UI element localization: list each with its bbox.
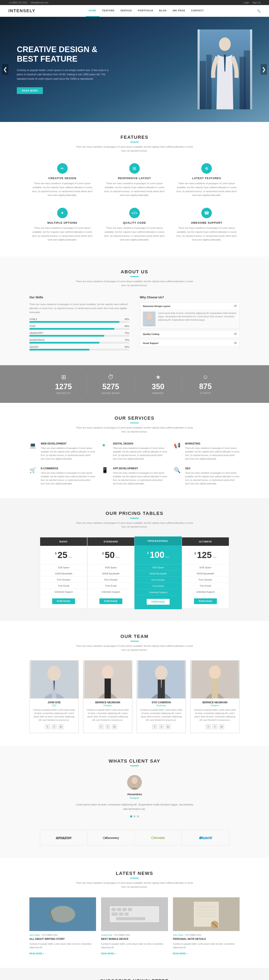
team-twitter-3[interactable]: t	[212, 724, 218, 729]
team-facebook-2[interactable]: f	[152, 724, 158, 729]
choose-item-2-header[interactable]: Great Support ☐	[140, 340, 239, 347]
search-icon[interactable]: 🔍	[257, 9, 261, 13]
top-bar-right: Login Sign Up	[241, 1, 261, 4]
team-role-0: CEO	[30, 704, 78, 707]
news-read-more-0[interactable]: Read More »	[29, 953, 44, 955]
feature-title-5: Awesome Support	[176, 221, 237, 224]
pricing-standard: STANDARD $ 50 /mo 5GB Space 50GB Bandwid…	[87, 537, 135, 608]
team-linkedin-1[interactable]: in	[112, 724, 117, 729]
hero-prev-arrow[interactable]: ❮	[2, 64, 8, 75]
nav-inkpage[interactable]: INK PAGE	[170, 5, 188, 17]
choose-item-0: Awesome Design Layout ☐ Lorem ipsum dolo…	[140, 302, 240, 329]
pricing-basic: BASIC $ 25 /mo 1GB Space 10GB Bandwidth …	[40, 537, 87, 608]
pricing-basic-amount: 25	[57, 550, 67, 560]
service-app-dev: 📱 APP DEVELOPMENT There are many variati…	[102, 467, 167, 485]
client-envato: ⬡envato	[135, 830, 182, 845]
feature-desc-2: There are many variations of passages of…	[176, 181, 237, 197]
pricing-basic-purchase-button[interactable]: Purchase	[52, 598, 75, 604]
svg-rect-31	[122, 908, 127, 911]
pricing-feature-item: 50GB Bandwidth	[182, 571, 229, 577]
features-title: FEATURES	[8, 135, 261, 140]
hero-next-arrow[interactable]: ❯	[261, 64, 267, 75]
site-logo[interactable]: INTENSELY	[8, 8, 35, 13]
svg-rect-4	[244, 51, 250, 109]
nav-blog[interactable]: BLOG	[156, 5, 170, 17]
services-grid: 💻 WEB DEVELOPMENT There are many variati…	[29, 442, 240, 485]
hero-section: ❮ CREATIVE DESIGN & BEST FEATURE Contrar…	[0, 17, 269, 122]
email-link[interactable]: hello@email.com	[31, 1, 49, 4]
nav-portfolio[interactable]: PORTFOLIO	[135, 5, 156, 17]
choose-item-1-header[interactable]: Quality Coding ☐	[140, 331, 239, 337]
stat-projects-number: 1275	[40, 382, 87, 391]
news-read-more-2[interactable]: Read More »	[173, 953, 188, 955]
team-twitter-2[interactable]: t	[159, 724, 164, 729]
service-digital-design-desc: There are many variations of passages of…	[113, 446, 167, 461]
pricing-basic-currency: $	[55, 552, 57, 555]
choose-item-0-label: Awesome Design Layout	[143, 305, 170, 307]
hours-icon: ⏱	[87, 374, 134, 380]
testimonial-dot-1[interactable]	[134, 815, 135, 818]
team-linkedin-2[interactable]: in	[166, 724, 171, 729]
nav-contact[interactable]: CONTACT	[188, 5, 207, 17]
signup-link[interactable]: Sign Up	[252, 1, 261, 4]
pricing-professional-purchase-button[interactable]: Purchase	[147, 599, 169, 605]
pricing-feature-item: 10GB Bandwidth	[40, 571, 87, 577]
team-linkedin-3[interactable]: in	[219, 724, 224, 729]
team-photo-0	[30, 660, 78, 698]
pricing-feature-item: Free Email	[135, 583, 181, 589]
news-meta-0: John Robic / OCTOBER 2012	[29, 934, 96, 936]
news-image-2	[173, 897, 240, 931]
why-choose-panel: Why Choose Us? Awesome Design Layout ☐ L…	[140, 296, 240, 353]
team-facebook-0[interactable]: f	[45, 724, 50, 729]
nav-feature[interactable]: FEATURE	[99, 5, 118, 17]
hero-read-more-button[interactable]: Read More	[17, 87, 43, 94]
team-social-3: f t in	[191, 724, 239, 729]
pricing-ultimate-purchase-button[interactable]: Purchase	[194, 598, 216, 604]
team-facebook-1[interactable]: f	[98, 724, 104, 729]
skill-jquery-label: JQUERY60%	[29, 346, 129, 348]
feature-title-2: Latest Features	[176, 177, 237, 180]
feature-icon-0: ✏	[57, 163, 68, 174]
nav-home[interactable]: HOME	[86, 5, 99, 17]
service-digital-design: ✦ DIGITAL DESIGN There are many variatio…	[102, 442, 167, 461]
choose-item-0-header[interactable]: Awesome Design Layout ☐	[140, 302, 239, 310]
feature-title-3: Multiple Options	[32, 221, 93, 224]
team-twitter-1[interactable]: t	[105, 724, 111, 729]
pricing-title-bar	[130, 518, 139, 519]
feature-desc-3: There are many variations of passages of…	[32, 226, 93, 242]
news-title-bar	[130, 878, 139, 878]
pricing-feature-item: Free Domain	[40, 577, 87, 583]
service-marketing-title: MARKETING	[185, 442, 240, 445]
news-read-more-1[interactable]: Read More »	[101, 953, 116, 955]
pricing-standard-purchase-button[interactable]: Purchase	[99, 598, 122, 604]
team-member-1: BERNICE NEUMANN Designer Contrary to pop…	[83, 660, 132, 733]
team-facebook-3[interactable]: f	[205, 724, 211, 729]
pricing-feature-item: Unlimited Support	[135, 589, 181, 596]
login-link[interactable]: Login	[244, 1, 249, 4]
marketing-icon: 📢	[174, 442, 182, 450]
clients-logos: amazon ⬡discovery ⬡envato ⊕tuenti	[40, 830, 229, 845]
features-grid: ✏ Creative Design There are many variati…	[29, 161, 240, 244]
pricing-ultimate-currency: $	[194, 552, 196, 555]
service-web-dev-desc: There are many variations of passages of…	[41, 446, 95, 461]
feature-desc-5: There are many variations of passages of…	[176, 226, 237, 242]
awards-icon: ★	[135, 374, 181, 380]
nav-service[interactable]: SERVICE	[118, 5, 135, 17]
pricing-ultimate-header: ULTIMATE	[182, 538, 229, 546]
team-linkedin-0[interactable]: in	[58, 724, 64, 729]
digital-design-icon: ✦	[102, 442, 110, 450]
client-discovery-text: ⬡discovery	[103, 836, 119, 840]
team-member-0: JOHN DOE CEO Contrary to popular belief,…	[29, 660, 79, 733]
testimonial-dots	[8, 815, 261, 818]
team-photo-3	[191, 660, 239, 698]
stat-projects-label: Projects	[40, 392, 87, 395]
testimonial-dot-2[interactable]	[137, 815, 139, 818]
testimonial-dot-0[interactable]	[130, 815, 132, 818]
feature-title-1: Responsive Layout	[103, 177, 165, 180]
newsletter-section: SUBSCRIBE NEWSLETTER SUBMIT	[0, 968, 269, 980]
team-twitter-0[interactable]: t	[51, 724, 57, 729]
team-photo-2	[137, 660, 186, 698]
stat-awards: ★ 350 Awards	[135, 374, 182, 395]
pricing-title: OUR PRICING TABLES	[8, 511, 261, 516]
pricing-feature-item: 5GB Space	[88, 565, 134, 571]
